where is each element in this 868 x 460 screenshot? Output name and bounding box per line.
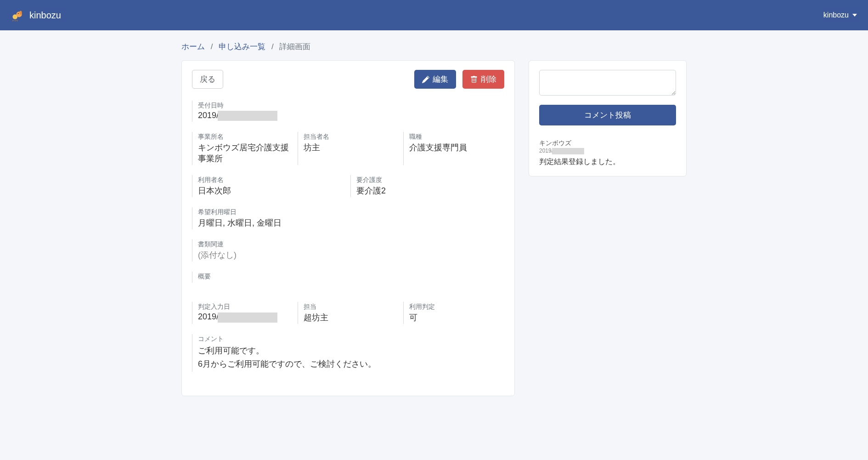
field-value: 月曜日, 水曜日, 金曜日 (198, 217, 504, 228)
comment-panel: コメント投稿 キンボウズ 2019/ 判定結果登録しました。 (529, 60, 687, 176)
field-label: 担当 (304, 303, 399, 311)
field-value: 2019/ (198, 111, 504, 121)
breadcrumb-list[interactable]: 申し込み一覧 (219, 42, 265, 51)
redacted-block (552, 148, 584, 154)
field-value: 超坊主 (304, 312, 399, 323)
breadcrumb-separator: / (211, 42, 213, 51)
trash-icon (470, 76, 478, 83)
detail-card: 戻る 編集 削除 受付日時 20 (181, 60, 515, 396)
back-button[interactable]: 戻る (192, 70, 223, 89)
field-received-at: 受付日時 2019/ (192, 101, 504, 122)
redacted-block (218, 312, 277, 323)
navbar: kinbozu kinbozu (0, 0, 868, 30)
field-value: 2019/ (198, 312, 293, 322)
user-menu[interactable]: kinbozu (823, 11, 857, 19)
comment-body: 判定結果登録しました。 (539, 157, 676, 167)
field-value: (添付なし) (198, 250, 504, 261)
breadcrumb-current: 詳細画面 (279, 42, 310, 51)
field-value: 坊主 (304, 142, 399, 153)
svg-point-3 (18, 13, 19, 14)
field-days: 希望利用曜日 月曜日, 水曜日, 金曜日 (192, 207, 504, 229)
field-decision: 利用判定 可 (403, 302, 504, 324)
field-docs: 書類関連 (添付なし) (192, 239, 504, 261)
svg-point-2 (19, 11, 22, 15)
field-label: 希望利用曜日 (198, 208, 504, 216)
field-value: キンボウズ居宅介護支援事業所 (198, 142, 293, 164)
field-label: 担当者名 (304, 133, 399, 141)
field-label: 書類関連 (198, 240, 504, 249)
field-label: 職種 (409, 133, 504, 141)
field-label: 要介護度 (356, 176, 504, 184)
field-summary: 概要 (192, 272, 504, 283)
field-contact: 担当者名 坊主 (298, 132, 399, 165)
breadcrumb: ホーム / 申し込み一覧 / 詳細画面 (181, 41, 687, 52)
edit-button[interactable]: 編集 (414, 70, 456, 89)
delete-button[interactable]: 削除 (462, 70, 504, 89)
navbar-brand[interactable]: kinbozu (11, 9, 61, 22)
user-name: kinbozu (823, 11, 849, 19)
field-office: 事業所名 キンボウズ居宅介護支援事業所 (192, 132, 293, 165)
field-label: 判定入力日 (198, 303, 293, 311)
field-value: 要介護2 (356, 185, 504, 196)
field-label: 概要 (198, 273, 504, 281)
comment-date: 2019/ (539, 148, 676, 154)
comment-input[interactable] (539, 70, 676, 96)
decision-date-prefix: 2019/ (198, 312, 219, 321)
received-at-prefix: 2019/ (198, 111, 219, 120)
field-value: 介護支援専門員 (409, 142, 504, 153)
field-label: 事業所名 (198, 133, 293, 141)
pencil-icon (422, 76, 429, 83)
field-label: 利用者名 (198, 176, 346, 184)
comment-line: ご利用可能です。 (198, 344, 504, 358)
edit-button-label: 編集 (433, 74, 448, 85)
brand-name: kinbozu (29, 10, 61, 21)
field-care-level: 要介護度 要介護2 (350, 175, 504, 197)
comment-entry: キンボウズ 2019/ 判定結果登録しました。 (539, 139, 676, 167)
field-label: 利用判定 (409, 303, 504, 311)
field-decision-contact: 担当 超坊主 (298, 302, 399, 324)
redacted-block (218, 111, 277, 121)
field-comment: コメント ご利用可能です。 6月からご利用可能ですので、ご検討ください。 (192, 334, 504, 372)
post-comment-button[interactable]: コメント投稿 (539, 105, 676, 125)
field-user: 利用者名 日本次郎 (192, 175, 346, 197)
breadcrumb-home[interactable]: ホーム (181, 42, 205, 51)
chevron-down-icon (852, 14, 857, 17)
comment-author: キンボウズ (539, 139, 676, 148)
breadcrumb-separator: / (271, 42, 274, 51)
field-value: 可 (409, 312, 504, 323)
brand-logo-icon (11, 9, 24, 22)
comment-date-prefix: 2019/ (539, 148, 553, 154)
delete-button-label: 削除 (481, 74, 496, 85)
field-value: 日本次郎 (198, 185, 346, 196)
field-label: コメント (198, 335, 504, 343)
field-label: 受付日時 (198, 102, 504, 110)
field-role: 職種 介護支援専門員 (403, 132, 504, 165)
field-decision-date: 判定入力日 2019/ (192, 302, 293, 324)
comment-line: 6月からご利用可能ですので、ご検討ください。 (198, 358, 504, 371)
